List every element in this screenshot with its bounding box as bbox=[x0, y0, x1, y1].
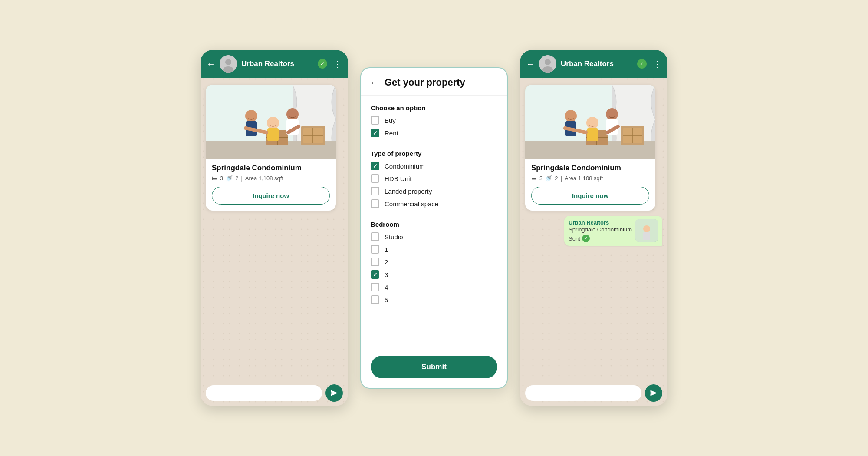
sent-text: Springdale Condominium bbox=[569, 226, 632, 233]
bath-icon: 🚿 bbox=[226, 175, 233, 182]
sent-status-text: Sent bbox=[569, 235, 580, 242]
separator-3: | bbox=[560, 175, 562, 182]
bedroom-1-checkbox[interactable] bbox=[371, 245, 379, 254]
bedroom-studio-checkbox[interactable] bbox=[371, 232, 379, 241]
svg-point-37 bbox=[565, 110, 577, 122]
screen1-send-button[interactable] bbox=[326, 384, 343, 402]
bath-count: 2 bbox=[235, 175, 238, 182]
bath-count-3: 2 bbox=[555, 175, 558, 182]
submit-button[interactable]: Submit bbox=[371, 356, 497, 378]
option-buy-checkbox[interactable] bbox=[371, 116, 379, 125]
screen2-form-panel: ← Get your property Choose an option Buy… bbox=[360, 67, 508, 389]
screen1-menu-button[interactable]: ⋮ bbox=[333, 59, 342, 69]
screen3-chat-body: Springdale Condominium 🛏 3 🚿 2 | Area 1,… bbox=[520, 78, 667, 380]
screen1-verified-icon: ✓ bbox=[318, 59, 327, 69]
bedroom-3-checkbox[interactable] bbox=[371, 270, 379, 279]
type-landed-row[interactable]: Landed property bbox=[371, 187, 497, 195]
svg-point-44 bbox=[643, 225, 650, 232]
option-rent-row[interactable]: Rent bbox=[371, 129, 497, 137]
bedroom-5-row[interactable]: 5 bbox=[371, 295, 497, 304]
type-landed-checkbox[interactable] bbox=[371, 187, 379, 195]
svg-point-35 bbox=[586, 117, 598, 129]
svg-point-14 bbox=[267, 117, 279, 129]
option-buy-row[interactable]: Buy bbox=[371, 116, 497, 125]
bedroom-5-label: 5 bbox=[385, 296, 388, 304]
sent-sender: Urban Realtors bbox=[569, 219, 632, 226]
screen2-form-body: Choose an option Buy Rent Type of proper… bbox=[361, 96, 507, 356]
bedroom-5-checkbox[interactable] bbox=[371, 295, 379, 304]
separator: | bbox=[241, 175, 242, 182]
screen1-input-bar bbox=[201, 380, 348, 406]
screen3-menu-button[interactable]: ⋮ bbox=[653, 59, 661, 69]
sent-message-bubble: Urban Realtors Springdale Condominium Se… bbox=[564, 216, 662, 246]
area: Area 1,108 sqft bbox=[245, 175, 283, 182]
type-condo-row[interactable]: Condominium bbox=[371, 162, 497, 170]
screen3-avatar bbox=[539, 55, 556, 73]
type-commercial-checkbox[interactable] bbox=[371, 199, 379, 208]
screen2-title: Get your property bbox=[385, 77, 465, 88]
screen3-property-card: Springdale Condominium 🛏 3 🚿 2 | Area 1,… bbox=[525, 85, 655, 211]
bedroom-studio-label: Studio bbox=[385, 233, 403, 241]
bedroom-4-row[interactable]: 4 bbox=[371, 283, 497, 291]
screen3-chat-input[interactable] bbox=[525, 385, 641, 401]
type-landed-label: Landed property bbox=[385, 188, 432, 195]
screen3-back-button[interactable]: ← bbox=[526, 59, 535, 69]
sent-thumb bbox=[635, 219, 658, 242]
option-rent-checkbox[interactable] bbox=[371, 129, 379, 137]
screen3-header: ← Urban Realtors ✓ ⋮ bbox=[520, 50, 667, 78]
sent-status: Sent ✓ bbox=[569, 235, 632, 242]
type-hdb-label: HDB Unit bbox=[385, 175, 412, 182]
screen1: ← Urban Realtors ✓ ⋮ bbox=[201, 50, 348, 406]
sent-status-icon: ✓ bbox=[582, 235, 590, 242]
screen1-title: Urban Realtors bbox=[241, 59, 313, 68]
section3-title: Bedroom bbox=[371, 221, 497, 228]
type-hdb-row[interactable]: HDB Unit bbox=[371, 174, 497, 183]
screens-container: ← Urban Realtors ✓ ⋮ bbox=[0, 0, 868, 456]
screen3-property-details: 🛏 3 🚿 2 | Area 1,108 sqft bbox=[531, 175, 649, 182]
bedroom-1-label: 1 bbox=[385, 246, 388, 253]
bedroom-3-row[interactable]: 3 bbox=[371, 270, 497, 279]
screen3-input-bar bbox=[520, 380, 667, 406]
screen3: ← Urban Realtors ✓ ⋮ bbox=[520, 50, 667, 406]
screen1-chat-input[interactable] bbox=[206, 385, 322, 401]
section1-title: Choose an option bbox=[371, 104, 497, 112]
screen2-back-button[interactable]: ← bbox=[370, 78, 378, 88]
screen3-title: Urban Realtors bbox=[561, 59, 633, 68]
screen3-inquire-button[interactable]: Inquire now bbox=[531, 187, 649, 205]
svg-rect-15 bbox=[267, 128, 279, 141]
option-buy-label: Buy bbox=[385, 117, 396, 124]
bedroom-2-checkbox[interactable] bbox=[371, 258, 379, 266]
screen1-property-image bbox=[206, 85, 336, 159]
svg-point-39 bbox=[606, 108, 618, 120]
screen1-property-details: 🛏 3 🚿 2 | Area 1,108 sqft bbox=[212, 175, 330, 182]
screen1-property-card: Springdale Condominium 🛏 3 🚿 2 | Area 1,… bbox=[206, 85, 336, 211]
svg-rect-45 bbox=[643, 232, 650, 240]
screen1-inquire-button[interactable]: Inquire now bbox=[212, 187, 330, 205]
svg-rect-36 bbox=[587, 128, 598, 141]
screen1-header: ← Urban Realtors ✓ ⋮ bbox=[201, 50, 348, 78]
bed-count-3: 3 bbox=[539, 175, 542, 182]
bed-icon-3: 🛏 bbox=[531, 175, 537, 182]
svg-point-16 bbox=[245, 110, 257, 122]
screen1-back-button[interactable]: ← bbox=[207, 59, 215, 69]
svg-point-1 bbox=[225, 59, 231, 65]
screen1-avatar bbox=[220, 55, 237, 73]
type-commercial-row[interactable]: Commercial space bbox=[371, 199, 497, 208]
option-rent-label: Rent bbox=[385, 129, 398, 137]
screen1-property-name: Springdale Condominium bbox=[212, 164, 330, 172]
section2-title: Type of property bbox=[371, 150, 497, 157]
bedroom-2-row[interactable]: 2 bbox=[371, 258, 497, 266]
type-condo-checkbox[interactable] bbox=[371, 162, 379, 170]
bedroom-4-checkbox[interactable] bbox=[371, 283, 379, 291]
bedroom-4-label: 4 bbox=[385, 284, 388, 291]
screen3-send-button[interactable] bbox=[645, 384, 662, 402]
bath-icon-3: 🚿 bbox=[545, 175, 552, 182]
bedroom-studio-row[interactable]: Studio bbox=[371, 232, 497, 241]
bed-icon: 🛏 bbox=[212, 175, 217, 182]
sent-message-content: Urban Realtors Springdale Condominium Se… bbox=[569, 219, 632, 242]
screen2-header: ← Get your property bbox=[361, 68, 507, 96]
bedroom-1-row[interactable]: 1 bbox=[371, 245, 497, 254]
screen3-verified-icon: ✓ bbox=[637, 59, 647, 69]
screen3-property-info: Springdale Condominium 🛏 3 🚿 2 | Area 1,… bbox=[525, 159, 655, 211]
type-hdb-checkbox[interactable] bbox=[371, 174, 379, 183]
